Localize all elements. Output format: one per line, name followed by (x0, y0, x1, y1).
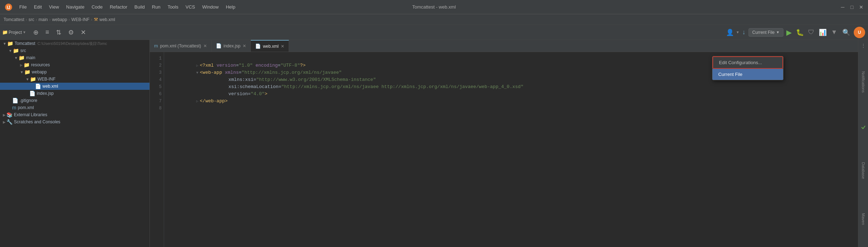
tab-webxml-label: web.xml (263, 44, 279, 49)
breadcrumb-sep-2: › (36, 17, 37, 22)
breadcrumb-webxml[interactable]: web.xml (100, 17, 115, 22)
line-num-4: 4 (152, 76, 162, 83)
code-line-6: ▷</web-app> (168, 91, 854, 98)
tree-item-indexjsp[interactable]: ▶ 📄 index.jsp (0, 90, 149, 97)
toolbar-row: 📁 Project ▼ ⊕ ≡ ⇅ ⚙ ✕ 👤 ▼ ↓ Current File… (0, 25, 868, 40)
tree-item-extlibs[interactable]: ▶ 📚 External Libraries (0, 111, 149, 118)
close-panel-button[interactable]: ✕ (78, 27, 89, 38)
code-editor[interactable]: 1 2 3 4 5 6 7 8 ▷<?xml version="1.0" enc… (150, 52, 858, 247)
tab-indexjsp[interactable]: 📄 index.jsp ✕ (212, 40, 251, 52)
breadcrumb-webapp[interactable]: webapp (52, 17, 67, 22)
tree-label-scratches: Scratches and Consoles (14, 119, 60, 124)
tree-item-scratches[interactable]: ▶ 🔧 Scratches and Consoles (0, 118, 149, 125)
left-panel-toggle[interactable]: 📁 Project ▼ (2, 30, 26, 35)
tree-label-webxml: web.xml (42, 84, 58, 89)
menu-run[interactable]: Run (149, 3, 163, 11)
code-line-7 (168, 98, 854, 105)
tab-webxml[interactable]: 📄 web.xml ✕ (251, 40, 289, 52)
tab-pom-close[interactable]: ✕ (203, 43, 207, 48)
maven-label: Maven (861, 213, 866, 225)
line-numbers: 1 2 3 4 5 6 7 8 (150, 52, 164, 247)
tree-label-resources: resources (31, 62, 50, 67)
tree-item-resources[interactable]: ▶ 📁 resources (0, 61, 149, 68)
maximize-button[interactable]: □ (849, 4, 855, 10)
breadcrumb-src[interactable]: src (29, 17, 34, 22)
close-button[interactable]: ✕ (858, 4, 864, 10)
right-sidebar: ⋮ Notifications Database Maven (858, 40, 868, 247)
tree-label-gitignore: .gitignore (20, 98, 37, 103)
tree-item-src[interactable]: ▼ 📁 src (0, 47, 149, 54)
user-icon[interactable]: 👤 (725, 28, 735, 37)
line-num-5: 5 (152, 83, 162, 91)
project-panel-label: Project (9, 30, 22, 35)
expand-button[interactable]: ⇅ (53, 27, 64, 38)
run-button[interactable]: ▶ (785, 27, 793, 37)
current-file-button[interactable]: Current File ▼ (748, 28, 784, 37)
tree-item-webinf[interactable]: ▼ 📁 WEB-INF (0, 76, 149, 83)
tab-pom-label: pom.xml (Tomcattest) (160, 43, 201, 48)
edit-configurations-item[interactable]: Edit Configurations... (712, 56, 783, 69)
profile-button[interactable]: 📊 (817, 28, 828, 37)
tree-item-tomcattest[interactable]: ▼ 📁 Tomcattest C:\Users\50194\Desktop\id… (0, 40, 149, 47)
search-button[interactable]: 🔍 (840, 28, 852, 37)
menu-edit[interactable]: Edit (31, 3, 45, 11)
menu-file[interactable]: File (16, 3, 30, 11)
window-controls: ─ □ ✕ (839, 4, 864, 10)
tree-item-pomxml[interactable]: ▶ m pom.xml (0, 104, 149, 111)
tree-label-src: src (20, 48, 26, 53)
breadcrumb: Tomcattest › src › main › webapp › WEB-I… (0, 14, 868, 25)
tab-indexjsp-close[interactable]: ✕ (243, 43, 246, 48)
user-icon-area: 👤 ▼ (725, 28, 740, 37)
tab-indexjsp-label: index.jsp (224, 43, 240, 48)
tab-webxml-close[interactable]: ✕ (281, 44, 284, 49)
more-run-button[interactable]: ▼ (829, 28, 839, 37)
tree-item-webapp[interactable]: ▼ 📁 webapp (0, 68, 149, 76)
line-num-1: 1 (152, 55, 162, 62)
database-label: Database (861, 162, 866, 179)
new-file-button[interactable]: ⊕ (30, 27, 41, 38)
line-num-8: 8 (152, 105, 162, 112)
svg-text:IJ: IJ (7, 5, 10, 10)
tree-label-extlibs: External Libraries (14, 112, 47, 117)
line-num-7: 7 (152, 98, 162, 105)
run-config-area: 👤 ▼ ↓ Current File ▼ Edit Configurations… (725, 27, 865, 38)
vcs-update-button[interactable]: ↓ (741, 28, 747, 37)
menu-window[interactable]: Window (199, 3, 222, 11)
breadcrumb-main[interactable]: main (39, 17, 48, 22)
tree-path: C:\Users\50194\Desktop\idea项目\Tomc (37, 41, 107, 46)
tree-label-main: main (26, 55, 35, 60)
breadcrumb-sep-1: › (26, 17, 27, 22)
sidebar-more-icon[interactable]: ⋮ (859, 41, 868, 50)
avatar[interactable]: U (854, 27, 865, 38)
menu-build[interactable]: Build (132, 3, 148, 11)
menu-code[interactable]: Code (89, 3, 106, 11)
debug-button[interactable]: 🐛 (795, 28, 805, 37)
tree-item-gitignore[interactable]: ▶ 📄 .gitignore (0, 97, 149, 104)
breadcrumb-webinf[interactable]: WEB-INF (71, 17, 90, 22)
menu-vcs[interactable]: VCS (183, 3, 198, 11)
tree-label-indexjsp: index.jsp (37, 91, 54, 96)
menu-help[interactable]: Help (223, 3, 238, 11)
menu-tools[interactable]: Tools (165, 3, 181, 11)
tree-item-webxml[interactable]: ▶ 📄 web.xml (0, 83, 149, 90)
settings-button[interactable]: ⚙ (65, 27, 77, 38)
config-dropdown-container: Current File ▼ Edit Configurations... Cu… (748, 28, 784, 37)
sidebar-notifications[interactable]: Notifications (861, 69, 866, 95)
coverage-button[interactable]: 🛡 (807, 28, 816, 37)
breadcrumb-sep-4: › (68, 17, 70, 22)
current-file-dropdown-item[interactable]: Current File (712, 69, 783, 80)
menu-navigate[interactable]: Navigate (63, 3, 87, 11)
sidebar-maven[interactable]: Maven (861, 211, 866, 227)
menu-refactor[interactable]: Refactor (107, 3, 130, 11)
tree-label-tomcattest: Tomcattest (15, 41, 35, 46)
minimize-button[interactable]: ─ (839, 4, 846, 10)
tree-item-main[interactable]: ▼ 📁 main (0, 54, 149, 61)
code-content[interactable]: ▷<?xml version="1.0" encoding="UTF-8"?> … (164, 52, 858, 247)
breadcrumb-tomcattest[interactable]: Tomcattest (4, 17, 24, 22)
menu-view[interactable]: View (46, 3, 62, 11)
collapse-all-button[interactable]: ≡ (42, 27, 52, 38)
line-num-3: 3 (152, 69, 162, 76)
sidebar-database[interactable]: Database (861, 160, 866, 181)
tab-pom[interactable]: m pom.xml (Tomcattest) ✕ (150, 40, 212, 52)
line-num-6: 6 (152, 91, 162, 98)
